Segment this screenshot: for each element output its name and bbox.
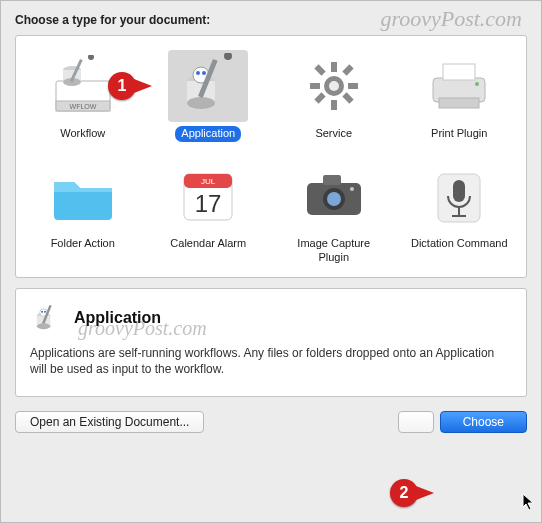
type-label: Image Capture Plugin [275,236,393,266]
svg-point-45 [41,311,43,313]
svg-point-10 [187,97,215,109]
folder-icon [43,160,123,232]
type-label: Folder Action [45,236,121,252]
workflow-icon: WFLOW [43,50,123,122]
svg-rect-20 [310,83,320,89]
choose-button[interactable]: Choose [440,411,527,433]
svg-rect-18 [331,62,337,72]
type-item-calendar-alarm[interactable]: JUL 17 Calendar Alarm [148,156,270,270]
calendar-icon: JUL 17 [168,160,248,232]
calendar-day: 17 [195,190,222,217]
svg-point-36 [350,187,354,191]
camera-icon [294,160,374,232]
svg-rect-24 [342,64,353,75]
type-label: Application [175,126,241,142]
application-icon [168,50,248,122]
type-item-workflow[interactable]: WFLOW Workflow [22,46,144,146]
svg-point-35 [327,192,341,206]
svg-point-43 [37,324,51,330]
svg-rect-27 [443,64,475,80]
open-existing-button[interactable]: Open an Existing Document... [15,411,204,433]
svg-rect-28 [439,98,479,108]
svg-rect-22 [314,64,325,75]
type-label: Dictation Command [405,236,514,252]
dialog-header: Choose a type for your document: [15,13,527,27]
type-item-folder-action[interactable]: Folder Action [22,156,144,270]
type-item-application[interactable]: Application [148,46,270,146]
svg-point-17 [329,81,339,91]
svg-rect-40 [452,215,466,217]
svg-rect-23 [342,92,353,103]
svg-rect-39 [458,207,460,215]
application-icon-small [30,301,64,335]
close-button[interactable] [398,411,434,433]
svg-point-46 [44,311,46,313]
printer-icon [419,50,499,122]
svg-text:WFLOW: WFLOW [69,103,96,110]
svg-point-29 [475,82,479,86]
type-label: Calendar Alarm [164,236,252,252]
svg-rect-38 [453,180,465,202]
svg-point-7 [88,55,94,60]
svg-rect-21 [348,83,358,89]
type-label: Workflow [54,126,111,142]
calendar-month: JUL [201,177,216,186]
type-label: Print Plugin [425,126,493,142]
type-item-dictation[interactable]: Dictation Command [399,156,521,270]
description-box: Application Applications are self-runnin… [15,288,527,396]
description-body: Applications are self-running workflows.… [30,345,512,377]
description-title: Application [74,309,161,327]
type-grid: WFLOW Workflow [22,46,520,269]
type-label: Service [309,126,358,142]
svg-point-12 [196,71,200,75]
svg-point-15 [224,53,232,60]
type-item-image-capture[interactable]: Image Capture Plugin [273,156,395,270]
svg-point-13 [202,71,206,75]
type-item-service[interactable]: Service [273,46,395,146]
microphone-icon [419,160,499,232]
svg-rect-25 [314,92,325,103]
button-row: Open an Existing Document... Choose [15,411,527,433]
svg-rect-33 [323,175,341,185]
svg-rect-19 [331,100,337,110]
type-grid-container: WFLOW Workflow [15,35,527,278]
new-document-dialog: Choose a type for your document: WFLOW [0,0,542,523]
service-icon [294,50,374,122]
type-item-print-plugin[interactable]: Print Plugin [399,46,521,146]
